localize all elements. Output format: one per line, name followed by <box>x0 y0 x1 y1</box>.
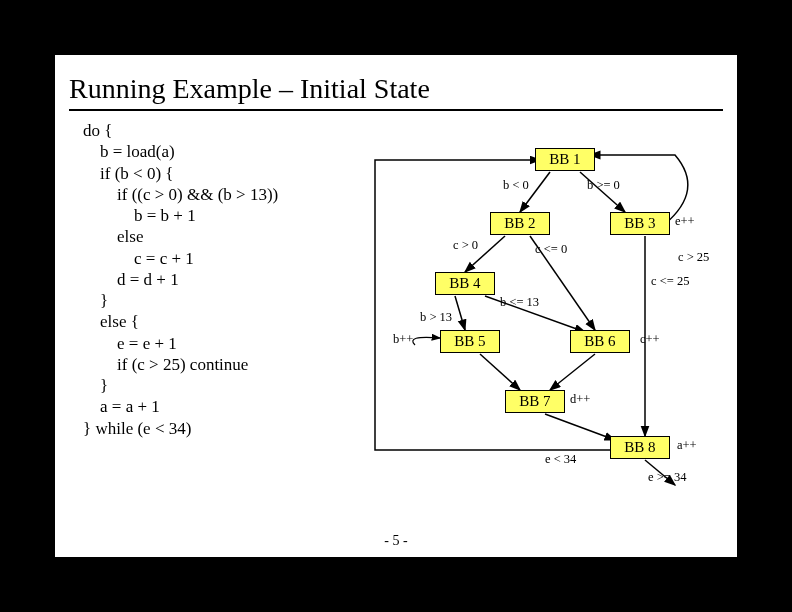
node-bb3: BB 3 <box>610 212 670 235</box>
edge-b-lt-0: b < 0 <box>503 178 529 193</box>
edge-c-gt-0: c > 0 <box>453 238 478 253</box>
svg-line-4 <box>455 296 465 330</box>
node-bb8: BB 8 <box>610 436 670 459</box>
edge-d-inc: d++ <box>570 392 590 407</box>
edge-e-inc: e++ <box>675 214 695 229</box>
cfg-diagram: BB 1 BB 2 BB 3 BB 4 BB 5 BB 6 BB 7 BB 8 … <box>345 130 725 530</box>
edge-b-gt-13: b > 13 <box>420 310 452 325</box>
node-bb1: BB 1 <box>535 148 595 171</box>
title-underline <box>69 109 723 111</box>
svg-line-7 <box>550 354 595 390</box>
svg-line-6 <box>480 354 520 390</box>
edge-a-inc: a++ <box>677 438 697 453</box>
edge-c-inc: c++ <box>640 332 660 347</box>
edge-e-ge-34: e >= 34 <box>648 470 686 485</box>
node-bb2: BB 2 <box>490 212 550 235</box>
slide-title: Running Example – Initial State <box>55 55 737 109</box>
page-number: - 5 - <box>55 533 737 549</box>
node-bb6: BB 6 <box>570 330 630 353</box>
node-bb7: BB 7 <box>505 390 565 413</box>
edge-c-le-0: c <= 0 <box>535 242 567 257</box>
edge-b-ge-0: b >= 0 <box>587 178 620 193</box>
svg-line-8 <box>545 414 615 440</box>
edge-b-le-13: b <= 13 <box>500 295 539 310</box>
edge-c-le-25: c <= 25 <box>651 274 689 289</box>
code-block: do { b = load(a) if (b < 0) { if ((c > 0… <box>83 120 278 439</box>
edge-b-inc: b++ <box>393 332 413 347</box>
edge-e-lt-34: e < 34 <box>545 452 576 467</box>
slide: Running Example – Initial State do { b =… <box>55 55 737 557</box>
node-bb5: BB 5 <box>440 330 500 353</box>
node-bb4: BB 4 <box>435 272 495 295</box>
edge-c-gt-25: c > 25 <box>678 250 709 265</box>
